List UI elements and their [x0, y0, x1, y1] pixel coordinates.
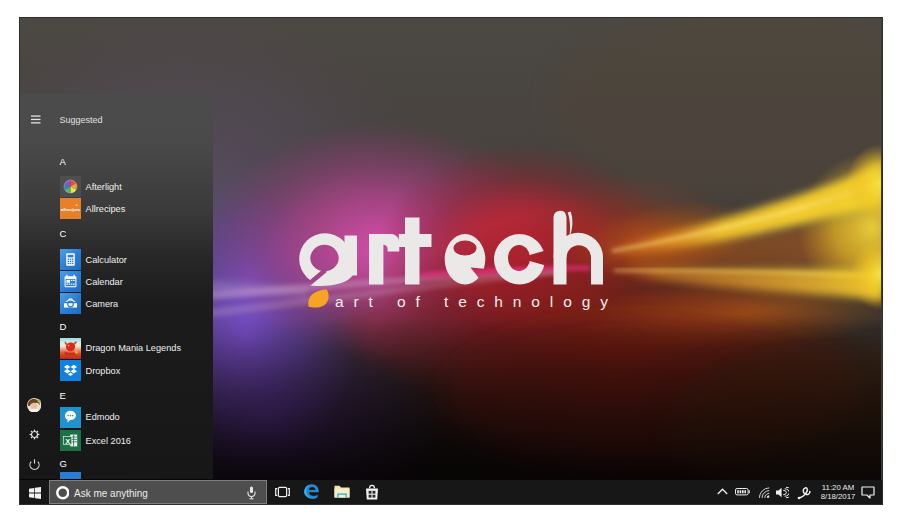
svg-text:8/18/2017: 8/18/2017: [820, 492, 855, 501]
svg-text:allrecipes: allrecipes: [60, 207, 80, 212]
svg-text:Ask me anything: Ask me anything: [74, 488, 148, 499]
svg-text:11:20 AM: 11:20 AM: [821, 483, 853, 492]
svg-text:art of technology: art of technology: [335, 293, 618, 310]
svg-text:X: X: [65, 437, 70, 446]
